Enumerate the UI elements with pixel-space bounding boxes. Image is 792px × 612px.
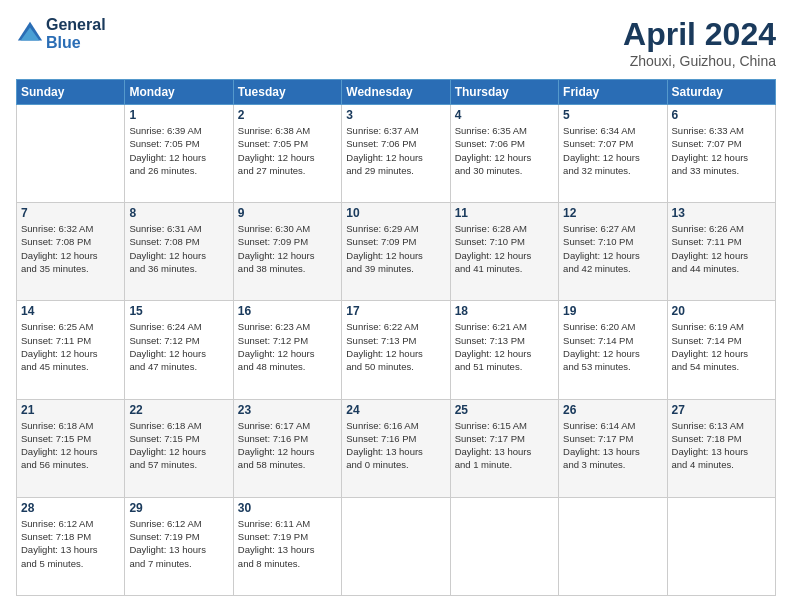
day-number: 28 <box>21 501 120 515</box>
table-row: 6Sunrise: 6:33 AM Sunset: 7:07 PM Daylig… <box>667 105 775 203</box>
month-title: April 2024 <box>623 16 776 53</box>
day-info: Sunrise: 6:33 AM Sunset: 7:07 PM Dayligh… <box>672 124 771 177</box>
day-number: 7 <box>21 206 120 220</box>
table-row: 16Sunrise: 6:23 AM Sunset: 7:12 PM Dayli… <box>233 301 341 399</box>
col-wednesday: Wednesday <box>342 80 450 105</box>
table-row: 25Sunrise: 6:15 AM Sunset: 7:17 PM Dayli… <box>450 399 558 497</box>
table-row: 24Sunrise: 6:16 AM Sunset: 7:16 PM Dayli… <box>342 399 450 497</box>
day-number: 18 <box>455 304 554 318</box>
day-info: Sunrise: 6:32 AM Sunset: 7:08 PM Dayligh… <box>21 222 120 275</box>
calendar-table: Sunday Monday Tuesday Wednesday Thursday… <box>16 79 776 596</box>
day-info: Sunrise: 6:23 AM Sunset: 7:12 PM Dayligh… <box>238 320 337 373</box>
logo: General Blue <box>16 16 106 52</box>
day-number: 6 <box>672 108 771 122</box>
day-number: 24 <box>346 403 445 417</box>
header: General Blue April 2024 Zhouxi, Guizhou,… <box>16 16 776 69</box>
day-number: 30 <box>238 501 337 515</box>
table-row: 4Sunrise: 6:35 AM Sunset: 7:06 PM Daylig… <box>450 105 558 203</box>
day-number: 26 <box>563 403 662 417</box>
table-row <box>450 497 558 595</box>
day-info: Sunrise: 6:38 AM Sunset: 7:05 PM Dayligh… <box>238 124 337 177</box>
page: General Blue April 2024 Zhouxi, Guizhou,… <box>0 0 792 612</box>
day-number: 20 <box>672 304 771 318</box>
day-info: Sunrise: 6:19 AM Sunset: 7:14 PM Dayligh… <box>672 320 771 373</box>
table-row: 20Sunrise: 6:19 AM Sunset: 7:14 PM Dayli… <box>667 301 775 399</box>
day-number: 25 <box>455 403 554 417</box>
calendar-week-row: 21Sunrise: 6:18 AM Sunset: 7:15 PM Dayli… <box>17 399 776 497</box>
day-number: 11 <box>455 206 554 220</box>
day-info: Sunrise: 6:15 AM Sunset: 7:17 PM Dayligh… <box>455 419 554 472</box>
logo-text: General Blue <box>46 16 106 52</box>
day-number: 19 <box>563 304 662 318</box>
table-row: 28Sunrise: 6:12 AM Sunset: 7:18 PM Dayli… <box>17 497 125 595</box>
day-info: Sunrise: 6:24 AM Sunset: 7:12 PM Dayligh… <box>129 320 228 373</box>
table-row: 1Sunrise: 6:39 AM Sunset: 7:05 PM Daylig… <box>125 105 233 203</box>
day-number: 16 <box>238 304 337 318</box>
day-info: Sunrise: 6:28 AM Sunset: 7:10 PM Dayligh… <box>455 222 554 275</box>
table-row: 14Sunrise: 6:25 AM Sunset: 7:11 PM Dayli… <box>17 301 125 399</box>
table-row: 13Sunrise: 6:26 AM Sunset: 7:11 PM Dayli… <box>667 203 775 301</box>
table-row: 26Sunrise: 6:14 AM Sunset: 7:17 PM Dayli… <box>559 399 667 497</box>
logo-icon <box>16 20 44 48</box>
location: Zhouxi, Guizhou, China <box>623 53 776 69</box>
day-info: Sunrise: 6:31 AM Sunset: 7:08 PM Dayligh… <box>129 222 228 275</box>
table-row: 15Sunrise: 6:24 AM Sunset: 7:12 PM Dayli… <box>125 301 233 399</box>
table-row: 22Sunrise: 6:18 AM Sunset: 7:15 PM Dayli… <box>125 399 233 497</box>
table-row: 2Sunrise: 6:38 AM Sunset: 7:05 PM Daylig… <box>233 105 341 203</box>
calendar-week-row: 1Sunrise: 6:39 AM Sunset: 7:05 PM Daylig… <box>17 105 776 203</box>
table-row: 10Sunrise: 6:29 AM Sunset: 7:09 PM Dayli… <box>342 203 450 301</box>
day-info: Sunrise: 6:18 AM Sunset: 7:15 PM Dayligh… <box>21 419 120 472</box>
table-row: 7Sunrise: 6:32 AM Sunset: 7:08 PM Daylig… <box>17 203 125 301</box>
day-info: Sunrise: 6:29 AM Sunset: 7:09 PM Dayligh… <box>346 222 445 275</box>
day-number: 1 <box>129 108 228 122</box>
table-row: 11Sunrise: 6:28 AM Sunset: 7:10 PM Dayli… <box>450 203 558 301</box>
day-number: 9 <box>238 206 337 220</box>
table-row: 3Sunrise: 6:37 AM Sunset: 7:06 PM Daylig… <box>342 105 450 203</box>
table-row <box>667 497 775 595</box>
day-number: 3 <box>346 108 445 122</box>
calendar-week-row: 7Sunrise: 6:32 AM Sunset: 7:08 PM Daylig… <box>17 203 776 301</box>
table-row <box>342 497 450 595</box>
col-sunday: Sunday <box>17 80 125 105</box>
table-row: 9Sunrise: 6:30 AM Sunset: 7:09 PM Daylig… <box>233 203 341 301</box>
day-number: 21 <box>21 403 120 417</box>
table-row: 12Sunrise: 6:27 AM Sunset: 7:10 PM Dayli… <box>559 203 667 301</box>
day-number: 10 <box>346 206 445 220</box>
day-info: Sunrise: 6:21 AM Sunset: 7:13 PM Dayligh… <box>455 320 554 373</box>
day-info: Sunrise: 6:37 AM Sunset: 7:06 PM Dayligh… <box>346 124 445 177</box>
day-info: Sunrise: 6:16 AM Sunset: 7:16 PM Dayligh… <box>346 419 445 472</box>
day-number: 29 <box>129 501 228 515</box>
day-info: Sunrise: 6:22 AM Sunset: 7:13 PM Dayligh… <box>346 320 445 373</box>
table-row: 21Sunrise: 6:18 AM Sunset: 7:15 PM Dayli… <box>17 399 125 497</box>
day-info: Sunrise: 6:30 AM Sunset: 7:09 PM Dayligh… <box>238 222 337 275</box>
day-number: 8 <box>129 206 228 220</box>
day-info: Sunrise: 6:26 AM Sunset: 7:11 PM Dayligh… <box>672 222 771 275</box>
table-row <box>17 105 125 203</box>
day-info: Sunrise: 6:34 AM Sunset: 7:07 PM Dayligh… <box>563 124 662 177</box>
col-friday: Friday <box>559 80 667 105</box>
day-info: Sunrise: 6:17 AM Sunset: 7:16 PM Dayligh… <box>238 419 337 472</box>
table-row: 29Sunrise: 6:12 AM Sunset: 7:19 PM Dayli… <box>125 497 233 595</box>
day-number: 15 <box>129 304 228 318</box>
day-info: Sunrise: 6:39 AM Sunset: 7:05 PM Dayligh… <box>129 124 228 177</box>
table-row: 23Sunrise: 6:17 AM Sunset: 7:16 PM Dayli… <box>233 399 341 497</box>
table-row: 8Sunrise: 6:31 AM Sunset: 7:08 PM Daylig… <box>125 203 233 301</box>
day-info: Sunrise: 6:12 AM Sunset: 7:18 PM Dayligh… <box>21 517 120 570</box>
day-number: 12 <box>563 206 662 220</box>
table-row: 19Sunrise: 6:20 AM Sunset: 7:14 PM Dayli… <box>559 301 667 399</box>
day-info: Sunrise: 6:35 AM Sunset: 7:06 PM Dayligh… <box>455 124 554 177</box>
col-tuesday: Tuesday <box>233 80 341 105</box>
day-info: Sunrise: 6:14 AM Sunset: 7:17 PM Dayligh… <box>563 419 662 472</box>
col-thursday: Thursday <box>450 80 558 105</box>
day-info: Sunrise: 6:27 AM Sunset: 7:10 PM Dayligh… <box>563 222 662 275</box>
table-row: 5Sunrise: 6:34 AM Sunset: 7:07 PM Daylig… <box>559 105 667 203</box>
day-info: Sunrise: 6:12 AM Sunset: 7:19 PM Dayligh… <box>129 517 228 570</box>
table-row: 18Sunrise: 6:21 AM Sunset: 7:13 PM Dayli… <box>450 301 558 399</box>
day-number: 2 <box>238 108 337 122</box>
day-info: Sunrise: 6:25 AM Sunset: 7:11 PM Dayligh… <box>21 320 120 373</box>
day-number: 17 <box>346 304 445 318</box>
day-number: 4 <box>455 108 554 122</box>
col-monday: Monday <box>125 80 233 105</box>
table-row: 30Sunrise: 6:11 AM Sunset: 7:19 PM Dayli… <box>233 497 341 595</box>
day-number: 27 <box>672 403 771 417</box>
